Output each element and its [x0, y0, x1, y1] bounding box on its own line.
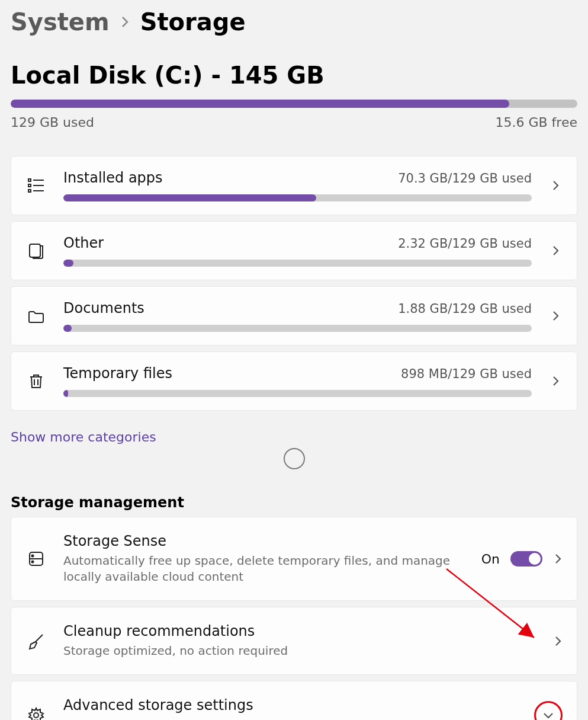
broom-icon	[27, 632, 45, 650]
disk-used-label: 129 GB used	[11, 115, 94, 130]
category-bar-fill	[63, 260, 73, 267]
svg-point-11	[32, 555, 34, 557]
category-label: Temporary files	[63, 365, 172, 382]
management-title: Storage Sense	[63, 533, 465, 549]
category-usage: 1.88 GB/129 GB used	[398, 302, 532, 316]
chevron-right-icon	[551, 244, 560, 257]
storage-drive-icon	[27, 550, 45, 568]
category-row-documents[interactable]: Documents1.88 GB/129 GB used	[11, 286, 577, 345]
show-more-categories-link[interactable]: Show more categories	[11, 430, 156, 444]
toggle-state-label: On	[481, 552, 500, 567]
svg-line-13	[36, 635, 43, 642]
category-bar-fill	[63, 390, 68, 397]
breadcrumb-parent[interactable]: System	[11, 8, 110, 36]
breadcrumb-current: Storage	[140, 8, 246, 36]
pages-icon	[27, 242, 45, 260]
category-row-apps[interactable]: Installed apps70.3 GB/129 GB used	[11, 156, 577, 215]
management-row-cleanup[interactable]: Cleanup recommendationsStorage optimized…	[11, 607, 577, 675]
apps-list-icon	[27, 177, 45, 194]
category-bar	[63, 325, 532, 332]
management-desc: Backup options, Storage Spaces, other di…	[63, 717, 518, 720]
storage-sense-toggle[interactable]	[510, 551, 542, 567]
svg-point-14	[34, 713, 38, 718]
category-bar	[63, 390, 532, 397]
category-label: Installed apps	[63, 169, 163, 186]
category-bar	[63, 194, 532, 201]
chevron-right-icon	[551, 309, 560, 322]
category-label: Documents	[63, 300, 144, 316]
management-list: Storage SenseAutomatically free up space…	[11, 517, 577, 720]
breadcrumb: System Storage	[11, 8, 577, 36]
category-usage: 2.32 GB/129 GB used	[398, 236, 532, 251]
disk-usage-bar	[11, 100, 577, 108]
svg-point-12	[32, 561, 34, 563]
svg-rect-6	[30, 244, 40, 257]
chevron-right-icon	[120, 15, 130, 29]
svg-rect-1	[28, 184, 31, 187]
trash-icon	[27, 372, 45, 390]
svg-rect-0	[28, 179, 31, 181]
category-label: Other	[63, 235, 104, 251]
chevron-right-icon	[551, 375, 560, 388]
disk-usage-legend: 129 GB used 15.6 GB free	[11, 115, 577, 130]
gear-icon	[27, 706, 45, 721]
category-bar	[63, 260, 532, 267]
management-title: Cleanup recommendations	[63, 623, 536, 639]
loading-spinner-icon	[284, 448, 305, 469]
category-usage: 70.3 GB/129 GB used	[398, 171, 532, 185]
folder-icon	[27, 307, 45, 325]
chevron-right-icon	[551, 179, 560, 192]
disk-usage-fill	[11, 100, 509, 108]
annotation-circle	[534, 701, 563, 721]
category-list: Installed apps70.3 GB/129 GB usedOther2.…	[11, 156, 577, 411]
category-usage: 898 MB/129 GB used	[401, 367, 532, 381]
storage-management-heading: Storage management	[11, 494, 577, 511]
category-row-trash[interactable]: Temporary files898 MB/129 GB used	[11, 351, 577, 411]
management-title: Advanced storage settings	[63, 697, 518, 713]
disk-title: Local Disk (C:) - 145 GB	[11, 62, 577, 89]
category-bar-fill	[63, 325, 72, 332]
management-desc: Storage optimized, no action required	[63, 643, 536, 659]
management-row-storage-sense[interactable]: Storage SenseAutomatically free up space…	[11, 517, 577, 601]
category-row-other[interactable]: Other2.32 GB/129 GB used	[11, 221, 577, 280]
management-row-advanced[interactable]: Advanced storage settingsBackup options,…	[11, 681, 577, 720]
management-desc: Automatically free up space, delete temp…	[63, 553, 465, 585]
svg-rect-2	[28, 190, 31, 192]
disk-free-label: 15.6 GB free	[496, 115, 578, 130]
chevron-right-icon	[553, 552, 563, 565]
category-bar-fill	[63, 194, 316, 201]
chevron-right-icon	[553, 635, 563, 648]
